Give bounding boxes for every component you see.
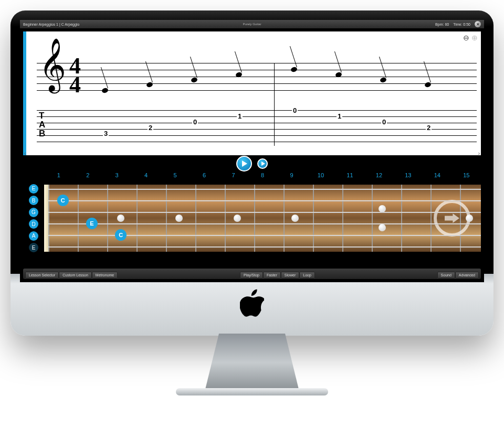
fret-number: 5 (161, 172, 190, 181)
fret-number: 7 (219, 172, 248, 181)
tab-fret-number: 2 (426, 124, 432, 132)
fret-inlay (175, 215, 183, 222)
fret-number: 8 (248, 172, 277, 181)
time-label: Time: 0:50 (453, 23, 470, 26)
finger-dot[interactable]: C (115, 229, 127, 241)
guitar-string (48, 235, 481, 236)
fret-number: 15 (452, 172, 481, 181)
fret-number: 1 (44, 172, 73, 181)
apple-logo-icon (240, 288, 264, 320)
imac-stand (205, 334, 299, 391)
close-icon[interactable]: ✕ (475, 21, 481, 27)
notation-panel: ⊖ ⊕ 𝄞 4 4 T A B ‹ › 32010102 (23, 31, 481, 157)
imac-foot (176, 388, 328, 395)
open-string-labels: EBGDAE (23, 181, 44, 255)
fret-number: 12 (364, 172, 393, 181)
finger-dot[interactable]: C (57, 195, 69, 206)
brand-label: Purely Guitar (243, 23, 261, 26)
app-screen: Beginner Arpeggios 1 | C Arpeggio Purely… (20, 20, 484, 282)
fret-inlay (466, 215, 473, 222)
guitar-string (48, 189, 481, 190)
fret-number-strip: 123456789101112131415 (44, 172, 481, 181)
play-half-button[interactable] (257, 158, 268, 169)
open-string-dot[interactable]: B (29, 196, 38, 205)
fret-inlay (379, 224, 386, 231)
fret-inlay (117, 215, 124, 222)
guitar-string (48, 247, 481, 248)
open-string-dot[interactable]: D (29, 219, 38, 229)
fret-number: 6 (190, 172, 218, 181)
fretboard-panel: EBGDAE CEC (23, 181, 481, 255)
tab-lines (37, 110, 477, 148)
fret-number: 9 (277, 172, 306, 181)
imac-chin (10, 273, 494, 336)
guitar-string (48, 212, 481, 213)
tab-fret-number: 2 (148, 124, 153, 132)
open-string-dot[interactable]: A (29, 231, 38, 241)
imac-frame: Beginner Arpeggios 1 | C Arpeggio Purely… (10, 10, 494, 336)
fret-inlay (379, 205, 386, 212)
guitar-string (48, 200, 481, 201)
fret-number: 11 (335, 172, 364, 181)
fret-number: 14 (423, 172, 452, 181)
tab-fret-number: 1 (237, 112, 243, 120)
fret-number: 10 (306, 172, 335, 181)
tab-fret-number: 0 (292, 106, 298, 114)
open-string-dot[interactable]: E (29, 184, 38, 194)
play-controls (20, 155, 484, 172)
bpm-label: Bpm: 60 (435, 23, 449, 26)
fret-number: 3 (102, 172, 131, 181)
zoom-in-icon[interactable]: ⊕ (471, 34, 478, 42)
tab-fret-number: 0 (192, 118, 198, 126)
lesson-title: Beginner Arpeggios 1 | C Arpeggio (23, 23, 79, 26)
finger-dot[interactable]: E (86, 218, 98, 229)
zoom-out-icon[interactable]: ⊖ (463, 34, 469, 42)
barline (274, 63, 275, 146)
fret-inlay (234, 215, 241, 222)
play-button[interactable] (236, 156, 252, 172)
fret-number: 4 (131, 172, 160, 181)
advance-arrow-icon[interactable] (434, 200, 470, 237)
fretboard[interactable]: CEC (48, 185, 481, 252)
tab-fret-number: 3 (103, 130, 109, 137)
guitar-nut (44, 185, 48, 252)
tab-fret-number: 0 (381, 118, 387, 126)
open-string-dot[interactable]: E (29, 243, 38, 252)
tab-fret-number: 1 (337, 112, 342, 120)
fret-inlay (291, 215, 299, 222)
title-bar: Beginner Arpeggios 1 | C Arpeggio Purely… (20, 20, 484, 28)
fret-number: 2 (73, 172, 102, 181)
playhead-bar (23, 31, 26, 157)
open-string-dot[interactable]: G (29, 208, 38, 217)
fret-number: 13 (394, 172, 423, 181)
guitar-string (48, 223, 481, 224)
